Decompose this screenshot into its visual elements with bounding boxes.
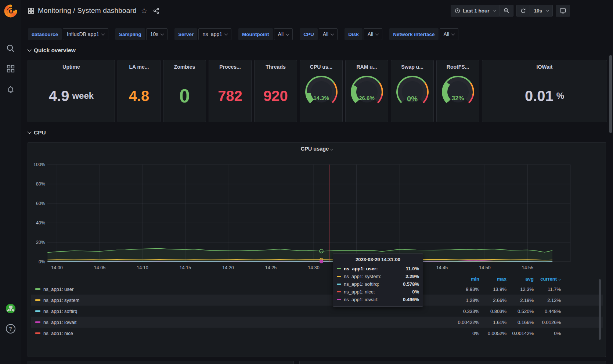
- chevron-down-icon: [27, 47, 31, 51]
- variable-label-network: Network interface: [389, 28, 438, 40]
- legend-scrollbar[interactable]: [599, 279, 601, 340]
- y-axis-tick: 60%: [28, 201, 45, 206]
- stat-panel-swap_used: Swap u... 0%: [391, 60, 434, 122]
- variable-value-cpu[interactable]: All: [319, 28, 338, 40]
- time-range-picker[interactable]: Last 1 hour: [451, 5, 500, 17]
- legend-header-avg[interactable]: avg: [506, 276, 534, 282]
- legend-min: 0.333%: [452, 309, 479, 314]
- section-cpu[interactable]: CPU: [28, 129, 46, 136]
- series-color-swatch: [337, 291, 341, 292]
- panel-title[interactable]: IOWait: [537, 64, 553, 70]
- series-color-swatch: [337, 276, 341, 277]
- grafana-logo-icon[interactable]: [3, 4, 18, 18]
- legend-row: ns_app1: user 9.93% 13.9% 12.3% 11.7%: [31, 284, 603, 295]
- stat-panel-processes: Proces... 782: [209, 60, 252, 122]
- panel-title[interactable]: Uptime: [62, 64, 80, 70]
- panel-title[interactable]: Threads: [266, 64, 285, 70]
- x-axis-tick: 14:00: [47, 265, 67, 270]
- x-axis-tick: 14:30: [303, 265, 324, 270]
- alerting-bell-icon[interactable]: [0, 85, 21, 93]
- top-navigation: Monitoring / System dashboard ☆ Last 1 h…: [21, 0, 613, 21]
- panel-title[interactable]: RAM u...: [357, 64, 377, 70]
- x-axis-tick: 14:10: [132, 265, 153, 270]
- series-color-swatch: [35, 288, 40, 290]
- panel-title[interactable]: Swap u...: [401, 64, 423, 70]
- dashboards-icon[interactable]: [0, 65, 21, 73]
- refresh-interval-label: 10s: [534, 8, 542, 14]
- star-icon[interactable]: ☆: [141, 7, 147, 15]
- variable-value-server[interactable]: ns_app1: [198, 28, 231, 40]
- legend-row: ns_app1: softirq 0.333% 0.803% 0.520% 0.…: [31, 306, 603, 317]
- x-axis-tick: 14:15: [175, 265, 196, 270]
- chevron-down-icon: [331, 32, 334, 36]
- legend-current: 0.0126%: [534, 320, 561, 325]
- legend-header-max[interactable]: max: [479, 276, 506, 282]
- refresh-interval-picker[interactable]: 10s: [530, 5, 553, 17]
- x-axis-tick: 14:05: [90, 265, 110, 270]
- legend-series-label[interactable]: ns_app1: softirq: [43, 309, 77, 314]
- quick-overview-panels: Uptime 4.9 weekLA me... 4.8 Zombies 0 Pr…: [28, 60, 607, 122]
- share-icon[interactable]: [153, 8, 159, 14]
- zoom-out-button[interactable]: [500, 5, 513, 17]
- variable-label-cpu: CPU: [300, 28, 318, 40]
- legend-row: ns_app1: iowait 0.00422% 1.61% 0.166% 0.…: [31, 317, 603, 328]
- next-row-panel-right: [299, 361, 606, 364]
- legend: ns_app1: user 9.93% 13.9% 12.3% 11.7% ns…: [31, 284, 603, 335]
- variable-value-mountpoint[interactable]: All: [274, 28, 293, 40]
- legend-min: 0%: [452, 331, 479, 335]
- panel-title[interactable]: LA me...: [129, 64, 149, 70]
- legend-min: 1.28%: [452, 298, 479, 303]
- chart-tooltip: 2023-03-29 14:31:00 ns_app1: user:11.0% …: [333, 253, 423, 307]
- legend-max: 1.61%: [479, 320, 506, 325]
- y-axis-tick: 100%: [28, 162, 45, 167]
- section-quick-overview[interactable]: Quick overview: [28, 47, 76, 54]
- refresh-button[interactable]: [516, 5, 530, 17]
- user-avatar[interactable]: [0, 304, 21, 313]
- x-axis-tick: 14:45: [432, 265, 452, 270]
- variable-value-sampling[interactable]: 10s: [146, 28, 168, 40]
- legend-current: 2.12%: [534, 298, 561, 303]
- cpu-usage-panel: CPU usage minmaxavgcurrent ns_app1: user…: [28, 142, 606, 357]
- legend-series-label[interactable]: ns_app1: iowait: [43, 320, 76, 325]
- stat-panel-uptime: Uptime 4.9 week: [28, 60, 115, 122]
- legend-series-label[interactable]: ns_app1: system: [43, 298, 79, 303]
- page-scrollbar[interactable]: [609, 55, 612, 133]
- dashboard-grid-icon: [28, 8, 34, 14]
- legend-series-label[interactable]: ns_app1: user: [43, 286, 73, 292]
- variable-value-datasource[interactable]: InfluxDB app1: [63, 28, 108, 40]
- legend-header-current[interactable]: current: [534, 276, 561, 282]
- legend-header: minmaxavgcurrent: [452, 276, 561, 282]
- legend-avg: 0.166%: [506, 320, 534, 325]
- variable-label-server: Server: [174, 28, 197, 40]
- gauge-value: 32%: [442, 95, 474, 102]
- y-axis-tick: 40%: [28, 220, 45, 226]
- stat-value: 4.9 week: [49, 70, 94, 122]
- panel-title[interactable]: Zombies: [174, 64, 195, 70]
- chevron-down-icon: [101, 32, 105, 36]
- chevron-down-icon: [286, 32, 289, 36]
- legend-series-label[interactable]: ns_app1: nice: [43, 331, 73, 335]
- legend-min: 0.00422%: [452, 320, 479, 325]
- section-title: Quick overview: [34, 47, 76, 54]
- stat-panel-iowait: IOWait 0.01 %: [482, 60, 607, 122]
- panel-title[interactable]: CPU us...: [310, 64, 332, 70]
- legend-avg: 12.3%: [506, 286, 534, 292]
- tooltip-timestamp: 2023-03-29 14:31:00: [337, 257, 419, 262]
- help-icon[interactable]: ?: [0, 324, 21, 334]
- stat-panel-zombies: Zombies 0: [163, 60, 206, 122]
- tooltip-row: ns_app1: nice:0%: [337, 288, 419, 296]
- search-icon[interactable]: [0, 44, 21, 53]
- stat-panel-cpu_used: CPU us... 14.3%: [300, 60, 343, 122]
- stat-value: 4.8: [129, 70, 149, 122]
- variable-value-disk[interactable]: All: [364, 28, 383, 40]
- y-axis-tick: 80%: [28, 181, 45, 187]
- variable-value-network[interactable]: All: [440, 28, 459, 40]
- series-color-swatch: [35, 332, 40, 334]
- kiosk-mode-button[interactable]: [556, 5, 570, 17]
- variable-label-disk: Disk: [345, 28, 363, 40]
- panel-title[interactable]: RootFS...: [447, 64, 469, 70]
- panel-title[interactable]: Proces...: [219, 64, 241, 70]
- legend-header-min[interactable]: min: [452, 276, 479, 282]
- tooltip-row: ns_app1: system:2.29%: [337, 273, 419, 280]
- page-title[interactable]: Monitoring / System dashboard: [38, 7, 137, 15]
